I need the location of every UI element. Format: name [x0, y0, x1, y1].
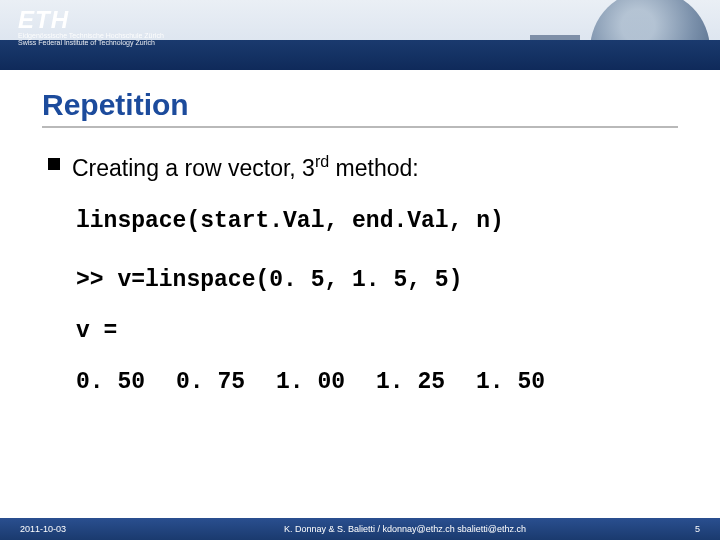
output-value: 0. 75 [176, 367, 246, 398]
slide-footer: 2011-10-03 K. Donnay & S. Balietti / kdo… [0, 518, 720, 540]
slide-content: Repetition Creating a row vector, 3rd me… [0, 70, 720, 518]
bullet-square-icon [48, 158, 60, 170]
code-output-label: v = [76, 316, 678, 347]
code-signature: linspace(start.Val, end.Val, n) [76, 206, 678, 237]
footer-credits: K. Donnay & S. Balietti / kdonnay@ethz.c… [150, 524, 660, 534]
logo-block: ETH Eidgenössische Technische Hochschule… [18, 6, 164, 46]
bullet-text-sup: rd [315, 152, 329, 170]
output-value: 1. 25 [376, 367, 446, 398]
slide-container: ETH Eidgenössische Technische Hochschule… [0, 0, 720, 540]
logo-subtitle-2: Swiss Federal Institute of Technology Zu… [18, 39, 164, 46]
code-output-values: 0. 50 0. 75 1. 00 1. 25 1. 50 [76, 367, 678, 398]
logo-title: ETH [18, 6, 164, 34]
footer-date: 2011-10-03 [20, 524, 150, 534]
output-value: 1. 50 [476, 367, 546, 398]
bullet-text-post: method: [329, 155, 419, 181]
bullet-text: Creating a row vector, 3rd method: [72, 152, 419, 182]
bullet-text-pre: Creating a row vector, 3 [72, 155, 315, 181]
logo-subtitle-1: Eidgenössische Technische Hochschule Zür… [18, 32, 164, 39]
code-example: >> v=linspace(0. 5, 1. 5, 5) [76, 265, 678, 296]
footer-pagenum: 5 [660, 524, 700, 534]
bullet-item: Creating a row vector, 3rd method: [48, 152, 678, 182]
output-value: 0. 50 [76, 367, 146, 398]
output-value: 1. 00 [276, 367, 346, 398]
slide-title: Repetition [42, 88, 678, 128]
slide-header: ETH Eidgenössische Technische Hochschule… [0, 0, 720, 70]
